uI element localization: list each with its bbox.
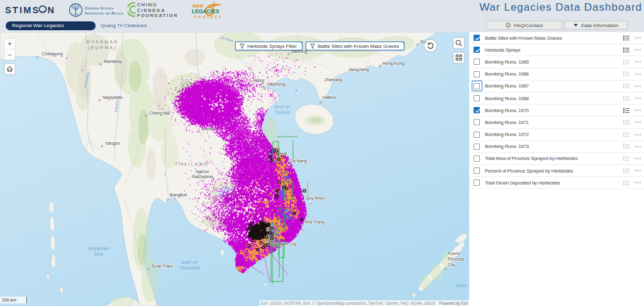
layer-row: Total Area of Province Sprayed by Herbic… [469,153,644,165]
zoom-in-button[interactable]: + [4,38,15,50]
svg-text:Bangkok: Bangkok [170,193,187,198]
legend-icon[interactable] [623,83,630,89]
options-ellipsis-icon[interactable] [635,121,641,123]
reset-rotation-icon [426,42,435,50]
layer-checkbox[interactable] [474,132,480,138]
layer-checkbox[interactable] [474,59,480,65]
layer-checkbox[interactable] [474,167,480,174]
layer-checkbox[interactable] [474,95,480,101]
layer-label: Bombing Runs- 1973 [485,144,623,149]
layer-row: Bombing Runs- 1971 [469,116,644,128]
search-icon [455,40,462,47]
filter-funnel-icon [310,43,315,49]
svg-text:PROJECT: PROJECT [194,15,223,19]
corner-fold [300,42,303,44]
layer-row: Percent of Province Sprayed by Herbicide… [469,165,644,177]
legend-icon[interactable] [623,59,630,65]
zoom-out-button[interactable]: − [4,50,15,60]
legend-icon[interactable] [623,156,630,161]
reset-rotation-button[interactable] [425,40,436,52]
map-search-button[interactable] [453,38,464,48]
svg-text:Gulf of: Gulf of [181,260,197,264]
layer-row: Bombing Runs- 1968 [469,93,644,105]
layer-checkbox[interactable] [474,107,480,113]
battle-sites-filter-button[interactable]: Battle Sites with Known Mass Graves [306,42,405,50]
svg-text:Princesa: Princesa [448,257,464,261]
layer-rows: Battle Sites with Known Mass GravesHerbi… [469,32,644,189]
layer-label: Bombing Runs- 1966 [485,71,623,77]
data-information-label: Data Information [581,23,618,28]
layer-checkbox[interactable] [474,83,480,89]
options-ellipsis-icon[interactable] [635,145,641,148]
legend-icon[interactable] [623,180,630,186]
layer-checkbox[interactable] [474,156,480,162]
options-ellipsis-icon[interactable] [635,169,641,172]
layer-checkbox[interactable] [474,35,480,41]
layer-label: Herbicide Sprays [485,47,623,53]
layer-label: Bombing Runs- 1970 [485,108,623,113]
data-information-button[interactable]: Data Information [564,21,628,30]
layer-row: Bombing Runs- 1973 [469,141,644,153]
layer-row: Bombing Runs- 1965 [469,56,644,68]
svg-text:United States: United States [85,6,113,10]
tab-bar: Regional War Legacies Quang Tri Clearanc… [6,21,147,30]
faq-contact-button[interactable]: FAQ/Contact [486,21,562,30]
legend-icon[interactable] [623,108,630,113]
battle-sites-filter-label: Battle Sites with Known Mass Graves [318,43,399,49]
svg-text:Da Nang: Da Nang [290,159,307,164]
options-ellipsis-icon[interactable] [635,85,641,88]
legend-icon[interactable] [623,35,630,41]
svg-text:THAILAND: THAILAND [175,162,209,166]
options-ellipsis-icon[interactable] [635,97,641,99]
home-button[interactable] [4,64,15,74]
caret-down-icon [574,23,578,27]
layer-checkbox[interactable] [474,47,480,53]
svg-text:(BURMA): (BURMA) [88,45,118,50]
layer-label: Battle Sites with Known Mass Graves [485,35,623,41]
header: STIMS N United States Institute of Peace [0,0,644,32]
home-icon [6,65,13,72]
herbicide-sprays-filter-button[interactable]: Herbicide Sprays Filter [235,42,303,50]
legend-icon[interactable] [623,132,630,137]
layer-label: Total Area of Province Sprayed by Herbic… [485,156,623,161]
legend-icon[interactable] [623,71,630,77]
options-ellipsis-icon[interactable] [635,133,641,136]
options-ellipsis-icon[interactable] [635,37,641,39]
map-view[interactable]: CAMBODIAVientianeMYANMAR(BURMA)THAILANDG… [0,32,469,306]
layer-checkbox[interactable] [474,71,480,77]
layer-label: Bombing Runs- 1968 [485,96,623,101]
basemap-svg: CAMBODIAVientianeMYANMAR(BURMA)THAILANDG… [0,32,469,306]
faq-contact-label: FAQ/Contact [514,23,543,28]
options-ellipsis-icon[interactable] [635,109,641,111]
svg-text:Gulf of: Gulf of [274,105,291,109]
svg-text:N: N [48,5,54,15]
layer-list-panel: Battle Sites with Known Mass GravesHerbi… [469,32,644,306]
layer-row: Bombing Runs- 1966 [469,69,644,81]
options-ellipsis-icon[interactable] [635,181,641,184]
svg-text:Andaman: Andaman [87,246,110,251]
options-ellipsis-icon[interactable] [635,60,641,63]
options-ellipsis-icon[interactable] [635,73,641,76]
legend-icon[interactable] [623,120,630,125]
layer-row: Herbicide Sprays [469,44,644,56]
layer-label: Percent of Province Sprayed by Herbicide… [485,168,623,174]
svg-text:Hue: Hue [279,151,287,156]
layer-row: Bombing Runs- 1972 [469,129,644,141]
legend-icon[interactable] [623,144,630,149]
layer-checkbox[interactable] [474,144,480,150]
legend-icon[interactable] [623,47,630,53]
layer-checkbox[interactable] [474,179,480,186]
tab-quang-tri-clearance[interactable]: Quang Tri Clearance [101,23,147,28]
tab-regional-war-legacies[interactable]: Regional War Legacies [6,21,96,30]
layer-checkbox[interactable] [474,119,480,125]
stimson-logo: STIMS N [5,4,62,15]
war-legacies-dashboard: STIMS N United States Institute of Peace [0,0,644,306]
svg-text:Mandalay: Mandalay [104,59,122,64]
options-ellipsis-icon[interactable] [635,157,641,160]
svg-text:Hanoi: Hanoi [253,78,265,82]
legend-icon[interactable] [623,168,630,174]
basemap-gallery-button[interactable] [453,52,464,63]
options-ellipsis-icon[interactable] [635,48,641,51]
legend-icon[interactable] [623,96,630,101]
scale-bar-tick [26,297,27,303]
